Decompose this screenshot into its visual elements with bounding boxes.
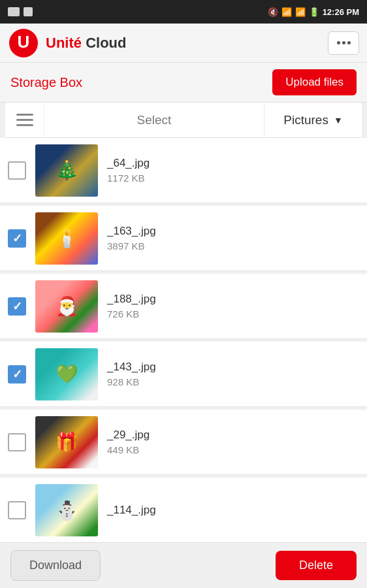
file-info: _29_.jpg449 KB bbox=[107, 429, 150, 455]
file-checkbox[interactable]: ✓ bbox=[8, 229, 26, 248]
app-name: Unité Cloud bbox=[46, 35, 126, 52]
file-checkbox[interactable] bbox=[8, 433, 26, 451]
file-checkbox[interactable] bbox=[8, 161, 26, 180]
chevron-down-icon: ▼ bbox=[334, 115, 343, 125]
file-info: _64_.jpg1172 KB bbox=[107, 157, 150, 184]
category-dropdown[interactable]: Pictures ▼ bbox=[264, 103, 362, 138]
hamburger-line-2 bbox=[16, 119, 33, 121]
signal-icon: 📶 bbox=[295, 7, 306, 17]
dropdown-label: Pictures bbox=[283, 113, 328, 127]
file-size: 449 KB bbox=[107, 444, 150, 455]
list-item: ✓🕯️_163_.jpg3897 KB bbox=[0, 206, 367, 271]
file-thumbnail: 🎅 bbox=[35, 280, 98, 333]
top-bar: U Unité Cloud bbox=[0, 24, 367, 63]
status-left-icons bbox=[8, 7, 33, 16]
file-size: 726 KB bbox=[107, 308, 156, 319]
list-item: 🎁_29_.jpg449 KB bbox=[0, 410, 367, 475]
file-info: _163_.jpg3897 KB bbox=[107, 225, 156, 252]
toolbar: Select Pictures ▼ bbox=[5, 103, 362, 138]
file-thumbnail: 🕯️ bbox=[35, 212, 98, 265]
file-name: _29_.jpg bbox=[107, 429, 150, 442]
file-size: 3897 KB bbox=[107, 240, 156, 252]
select-button[interactable]: Select bbox=[44, 103, 264, 138]
hamburger-line-3 bbox=[16, 124, 33, 126]
status-bar: 🔇 📶 📶 🔋 12:26 PM bbox=[0, 0, 367, 24]
file-thumbnail: 🎄 bbox=[35, 144, 98, 197]
logo-container: U Unité Cloud bbox=[8, 27, 126, 59]
file-checkbox[interactable]: ✓ bbox=[8, 297, 26, 316]
file-info: _114_.jpg bbox=[107, 504, 156, 517]
checkmark-icon: ✓ bbox=[12, 233, 22, 244]
file-info: _188_.jpg726 KB bbox=[107, 293, 156, 319]
header-section: Storage Box Upload files bbox=[0, 63, 367, 103]
mute-icon: 🔇 bbox=[268, 7, 278, 17]
hamburger-line-1 bbox=[16, 114, 33, 116]
dot2 bbox=[342, 41, 345, 44]
app-logo: U bbox=[8, 27, 39, 59]
file-info: _143_.jpg928 KB bbox=[107, 361, 156, 387]
dot1 bbox=[337, 41, 340, 44]
page-title: Storage Box bbox=[10, 75, 82, 90]
file-thumbnail: 💚 bbox=[35, 348, 98, 400]
list-item: ✓🎅_188_.jpg726 KB bbox=[0, 274, 367, 339]
upload-button[interactable]: Upload files bbox=[272, 69, 357, 95]
file-name: _64_.jpg bbox=[107, 157, 150, 170]
bottom-bar: Download Delete bbox=[0, 542, 367, 588]
hamburger-button[interactable] bbox=[5, 103, 44, 138]
list-item: ✓💚_143_.jpg928 KB bbox=[0, 342, 367, 407]
wifi-icon: 📶 bbox=[281, 7, 292, 17]
download-button[interactable]: Download bbox=[10, 550, 101, 581]
battery-icon: 🔋 bbox=[309, 7, 319, 17]
dot3 bbox=[347, 41, 351, 44]
svg-text:U: U bbox=[18, 32, 30, 52]
more-button[interactable] bbox=[328, 31, 359, 55]
file-name: _114_.jpg bbox=[107, 504, 156, 517]
file-thumbnail: 🎁 bbox=[35, 416, 98, 468]
sim-icon bbox=[24, 7, 33, 16]
list-item: 🎄_64_.jpg1172 KB bbox=[0, 138, 367, 203]
file-name: _188_.jpg bbox=[107, 293, 156, 306]
file-checkbox[interactable] bbox=[8, 501, 26, 519]
notification-icon bbox=[8, 7, 20, 16]
file-checkbox[interactable]: ✓ bbox=[8, 365, 26, 384]
status-right-info: 🔇 📶 📶 🔋 12:26 PM bbox=[268, 7, 359, 17]
file-size: 1172 KB bbox=[107, 172, 150, 184]
file-name: _143_.jpg bbox=[107, 361, 156, 374]
file-name: _163_.jpg bbox=[107, 225, 156, 238]
delete-button[interactable]: Delete bbox=[276, 551, 357, 580]
file-thumbnail: ⛄ bbox=[35, 484, 98, 536]
time-display: 12:26 PM bbox=[323, 7, 359, 17]
list-item: ⛄_114_.jpg bbox=[0, 478, 367, 543]
checkmark-icon: ✓ bbox=[12, 301, 22, 312]
file-list: 🎄_64_.jpg1172 KB✓🕯️_163_.jpg3897 KB✓🎅_18… bbox=[0, 138, 367, 543]
file-size: 928 KB bbox=[107, 376, 156, 387]
checkmark-icon: ✓ bbox=[12, 368, 22, 380]
